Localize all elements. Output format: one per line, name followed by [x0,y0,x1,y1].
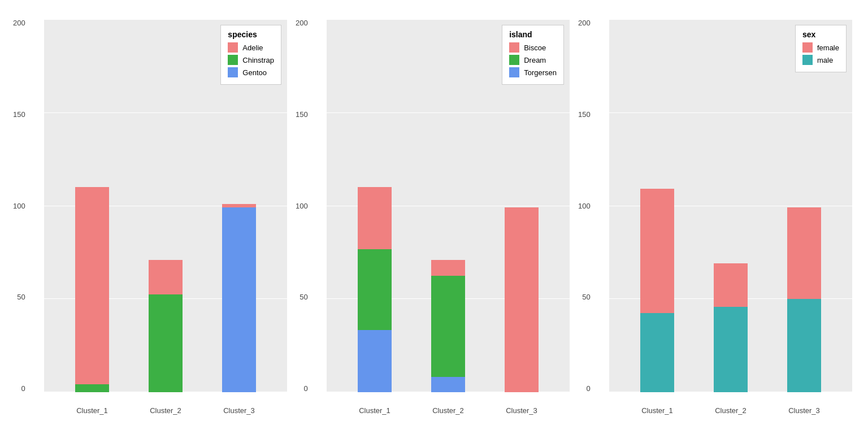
bar-segment-female [714,263,748,307]
y-axis: 050100150200 [296,19,308,392]
legend-color-swatch [509,55,519,65]
x-axis-label: Cluster_3 [782,406,827,415]
bar-group [216,204,262,392]
y-axis-label: 150 [296,111,308,118]
bar-segment-adelie [149,260,183,294]
stacked-bar [640,189,674,392]
y-axis-label: 100 [13,202,25,210]
legend-item: Adelie [228,42,274,53]
x-axis: Cluster_1Cluster_2Cluster_3 [327,406,570,415]
bar-group [426,260,471,392]
x-axis-label: Cluster_3 [216,406,262,415]
legend: islandBiscoeDreamTorgersen [502,25,564,85]
chart-area: 050100150200Cluster_1Cluster_2Cluster_3s… [609,19,852,392]
legend-item-label: Chinstrap [242,56,274,64]
y-axis-label: 200 [296,19,308,27]
stacked-bar [75,187,109,392]
chart-island: 050100150200Cluster_1Cluster_2Cluster_3i… [293,8,575,426]
legend-color-swatch [228,55,238,65]
legend-title: species [228,30,274,39]
y-axis-label: 150 [13,111,25,118]
bar-segment-torgersen [358,330,392,392]
y-axis-label: 0 [303,385,307,392]
legend-item-label: male [817,56,833,64]
x-axis: Cluster_1Cluster_2Cluster_3 [609,406,852,415]
legend-item: male [802,55,839,65]
stacked-bar [222,204,256,392]
stacked-bar [714,263,748,392]
legend-item-label: Gentoo [242,68,267,77]
stacked-bar [149,260,183,392]
y-axis: 050100150200 [13,19,25,392]
x-axis-label: Cluster_2 [143,406,188,415]
legend-item: female [802,42,839,53]
y-axis-label: 0 [21,385,25,392]
legend-color-swatch [509,67,519,77]
legend: speciesAdelieChinstrapGentoo [220,25,281,85]
charts-container: 050100150200Cluster_1Cluster_2Cluster_3s… [10,8,858,426]
legend-item-label: Torgersen [524,68,557,77]
bar-segment-biscoe [358,187,392,249]
x-axis-label: Cluster_2 [426,406,471,415]
bar-group [143,260,188,392]
y-axis-label: 50 [582,293,590,301]
y-axis-label: 100 [296,202,308,210]
legend-item: Biscoe [509,42,557,53]
legend-item: Chinstrap [228,55,274,65]
legend-color-swatch [228,67,238,77]
legend-color-swatch [228,42,238,53]
legend-color-swatch [802,42,813,53]
bar-segment-biscoe [431,260,465,276]
bar-group [70,187,115,392]
stacked-bar [787,207,821,392]
legend-item: Dream [509,55,557,65]
y-axis-label: 100 [578,202,591,210]
chart-species: 050100150200Cluster_1Cluster_2Cluster_3s… [10,8,293,426]
y-axis: 050100150200 [578,19,591,392]
bar-group [635,189,680,392]
bar-segment-dream [431,276,465,377]
legend-title: island [509,30,557,39]
legend-item-label: Biscoe [524,44,546,52]
legend: sexfemalemale [795,25,847,72]
bar-group [782,207,827,392]
legend-title: sex [802,30,839,39]
chart-area: 050100150200Cluster_1Cluster_2Cluster_3s… [44,19,287,392]
x-axis-label: Cluster_3 [499,406,544,415]
x-axis-label: Cluster_1 [352,406,397,415]
bar-segment-chinstrap [75,384,109,392]
x-axis-label: Cluster_1 [70,406,115,415]
y-axis-label: 150 [578,111,591,118]
bar-segment-chinstrap [149,294,183,392]
bar-group [352,187,397,392]
bar-segment-male [640,313,674,392]
x-axis: Cluster_1Cluster_2Cluster_3 [44,406,287,415]
legend-item: Gentoo [228,67,274,77]
bar-segment-gentoo [222,207,256,392]
legend-color-swatch [802,55,813,65]
y-axis-label: 50 [17,293,25,301]
bar-group [708,263,753,392]
legend-color-swatch [509,42,519,53]
bar-segment-biscoe [505,207,539,392]
bar-segment-dream [358,249,392,330]
bar-segment-female [640,189,674,313]
bar-segment-female [787,207,821,299]
bar-segment-male [787,299,821,392]
x-axis-label: Cluster_2 [708,406,753,415]
bar-segment-male [714,307,748,392]
stacked-bar [358,187,392,392]
bar-segment-adelie [75,187,109,384]
chart-area: 050100150200Cluster_1Cluster_2Cluster_3i… [327,19,570,392]
y-axis-label: 200 [13,19,25,27]
y-axis-label: 200 [578,19,591,27]
legend-item-label: Dream [524,56,546,64]
x-axis-label: Cluster_1 [635,406,680,415]
legend-item-label: female [817,44,839,52]
stacked-bar [431,260,465,392]
legend-item: Torgersen [509,67,557,77]
bar-group [499,207,544,392]
y-axis-label: 0 [586,385,590,392]
chart-sex: 050100150200Cluster_1Cluster_2Cluster_3s… [575,8,858,426]
stacked-bar [505,207,539,392]
